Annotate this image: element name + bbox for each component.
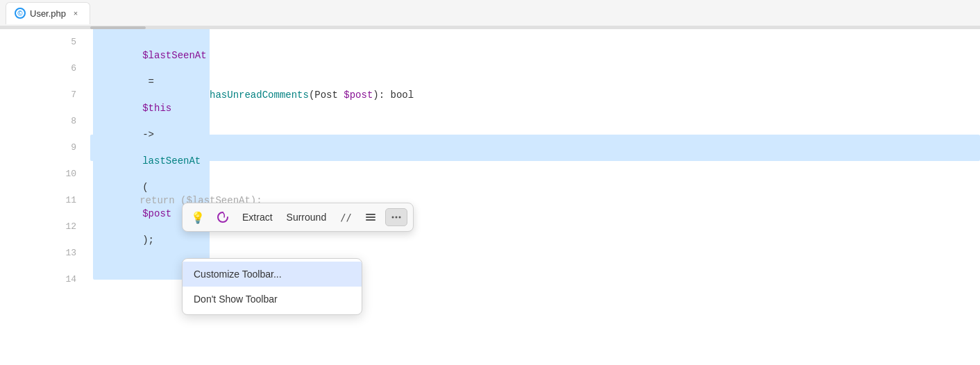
- customize-toolbar-item[interactable]: Customize Toolbar...: [183, 262, 362, 287]
- svg-point-4: [396, 217, 398, 219]
- comment-button[interactable]: //: [336, 209, 356, 226]
- tab-close-button[interactable]: ×: [70, 8, 81, 19]
- line-number-10: 10: [65, 161, 76, 187]
- editor: 5 6 7 8 9 10 11 12 13 14 class User { pu…: [0, 29, 980, 365]
- code-text: ->: [142, 129, 154, 140]
- file-icon: ©: [15, 8, 26, 19]
- toolbar-popup: 💡 Extract Surround //: [182, 203, 414, 232]
- code-line-10: [90, 161, 980, 187]
- svg-rect-0: [366, 214, 375, 215]
- extract-button[interactable]: Extract: [238, 209, 277, 226]
- list-button[interactable]: [362, 208, 380, 226]
- var-post: $post: [344, 82, 373, 108]
- lightbulb-button[interactable]: 💡: [188, 208, 208, 227]
- svg-rect-1: [366, 217, 375, 218]
- code-line-5: class User: [90, 29, 980, 56]
- line-numbers: 5 6 7 8 9 10 11 12 13 14: [0, 29, 90, 365]
- surround-button[interactable]: Surround: [282, 209, 331, 226]
- fn-lastSeenAt: lastSeenAt: [142, 155, 201, 167]
- line-number-12: 12: [65, 214, 76, 240]
- svg-point-5: [399, 217, 401, 219]
- code-text: );: [142, 235, 154, 246]
- code-text: ): bool: [373, 82, 414, 108]
- code-text: (Post: [309, 82, 344, 108]
- dropdown-menu: Customize Toolbar... Don't Show Toolbar: [182, 258, 362, 315]
- line-number-5: 5: [71, 29, 76, 56]
- dont-show-toolbar-item[interactable]: Don't Show Toolbar: [183, 287, 362, 312]
- var-lastSeenAt: $lastSeenAt: [142, 50, 206, 61]
- code-line-8: {: [90, 108, 980, 135]
- svg-rect-2: [366, 219, 375, 221]
- line-number-6: 6: [71, 56, 76, 82]
- line-number-9: 9: [71, 135, 76, 161]
- tab-filename: User.php: [30, 8, 66, 19]
- code-line-9[interactable]: $lastSeenAt = $this -> lastSeenAt ( $pos…: [90, 135, 980, 161]
- line-number-14: 14: [65, 266, 76, 293]
- swirl-button[interactable]: [213, 207, 233, 227]
- svg-point-3: [392, 217, 394, 219]
- line-number-13: 13: [65, 240, 76, 266]
- tab-bar: © User.php ×: [0, 0, 980, 26]
- fn-hasUnreadComments: hasUnreadComments: [210, 82, 309, 108]
- var-this: $this: [142, 103, 171, 114]
- code-text: =: [142, 76, 160, 87]
- more-button[interactable]: [385, 208, 407, 226]
- code-line-6: {: [90, 56, 980, 82]
- line-number-11: 11: [65, 187, 76, 214]
- code-line-7: public function hasUnreadComments (Post …: [90, 82, 980, 108]
- file-tab[interactable]: © User.php ×: [6, 2, 90, 24]
- line-number-7: 7: [71, 82, 76, 108]
- line-number-8: 8: [71, 108, 76, 135]
